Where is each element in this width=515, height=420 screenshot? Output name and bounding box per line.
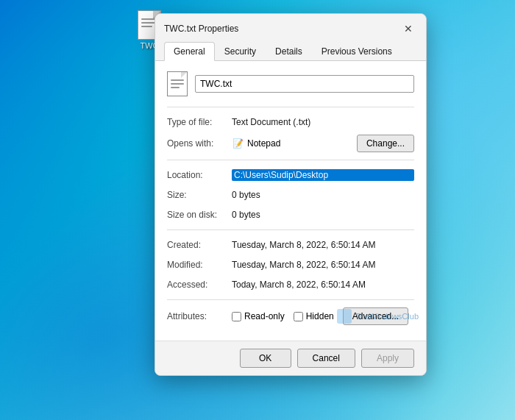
opens-label: Opens with:: [167, 138, 232, 149]
cancel-button[interactable]: Cancel: [297, 349, 355, 368]
readonly-checkbox-label[interactable]: Read-only: [232, 311, 285, 321]
modified-value: Tuesday, March 8, 2022, 6:50:14 AM: [232, 260, 414, 270]
created-row: Created: Tuesday, March 8, 2022, 6:50:14…: [167, 238, 414, 252]
tab-previous-versions[interactable]: Previous Versions: [312, 42, 402, 60]
tab-details[interactable]: Details: [266, 42, 312, 60]
dialog-titlebar: TWC.txt Properties ✕: [155, 14, 426, 38]
filename-row: [167, 71, 414, 96]
size-row: Size: 0 bytes: [167, 188, 414, 202]
notepad-icon: 📝: [232, 138, 244, 149]
modified-row: Modified: Tuesday, March 8, 2022, 6:50:1…: [167, 257, 414, 272]
apply-button[interactable]: Apply: [361, 349, 414, 368]
size-value: 0 bytes: [232, 190, 414, 200]
accessed-label: Accessed:: [167, 280, 232, 290]
properties-dialog: TWC.txt Properties ✕ General Security De…: [154, 13, 427, 376]
opens-with-row: Opens with: 📝 Notepad Change...: [167, 135, 414, 152]
dialog-footer: OK Cancel Apply: [155, 341, 426, 375]
close-button[interactable]: ✕: [399, 20, 417, 38]
hidden-label: Hidden: [306, 311, 334, 321]
readonly-checkbox[interactable]: [232, 312, 241, 321]
attributes-label: Attributes:: [167, 311, 232, 321]
divider-2: [167, 229, 414, 230]
tabs-container: General Security Details Previous Versio…: [155, 38, 426, 61]
opens-app: Notepad: [247, 138, 280, 149]
hidden-checkbox-label[interactable]: Hidden: [294, 311, 334, 321]
filename-input[interactable]: [195, 75, 414, 93]
ok-button[interactable]: OK: [240, 349, 291, 368]
accessed-value: Today, March 8, 2022, 6:50:14 AM: [232, 280, 414, 290]
location-label: Location:: [167, 170, 232, 180]
location-row: Location: C:\Users\Sudip\Desktop: [167, 168, 414, 182]
dialog-title: TWC.txt Properties: [164, 24, 238, 34]
type-row: Type of file: Text Document (.txt): [167, 115, 414, 129]
size-label: Size:: [167, 190, 232, 200]
location-value: C:\Users\Sudip\Desktop: [232, 169, 414, 181]
tab-security[interactable]: Security: [215, 42, 266, 60]
hidden-checkbox[interactable]: [294, 312, 303, 321]
modified-label: Modified:: [167, 260, 232, 270]
watermark-icon: [337, 309, 352, 324]
size-disk-label: Size on disk:: [167, 210, 232, 220]
size-disk-value: 0 bytes: [232, 210, 414, 220]
dialog-content: Type of file: Text Document (.txt) Opens…: [155, 61, 426, 341]
type-section: Type of file: Text Document (.txt) Opens…: [167, 107, 414, 152]
watermark: TheWindowsClub: [337, 309, 419, 324]
size-disk-row: Size on disk: 0 bytes: [167, 207, 414, 222]
type-label: Type of file:: [167, 117, 232, 127]
change-button[interactable]: Change...: [357, 135, 414, 152]
created-value: Tuesday, March 8, 2022, 6:50:14 AM: [232, 240, 414, 250]
divider-1: [167, 160, 414, 160]
file-icon: [167, 71, 188, 96]
watermark-text: TheWindowsClub: [355, 312, 419, 321]
type-value: Text Document (.txt): [232, 117, 414, 127]
divider-3: [167, 299, 414, 300]
created-label: Created:: [167, 240, 232, 250]
tab-general[interactable]: General: [164, 42, 215, 61]
opens-with-value: 📝 Notepad Change...: [232, 135, 414, 152]
accessed-row: Accessed: Today, March 8, 2022, 6:50:14 …: [167, 277, 414, 292]
readonly-label: Read-only: [244, 311, 285, 321]
